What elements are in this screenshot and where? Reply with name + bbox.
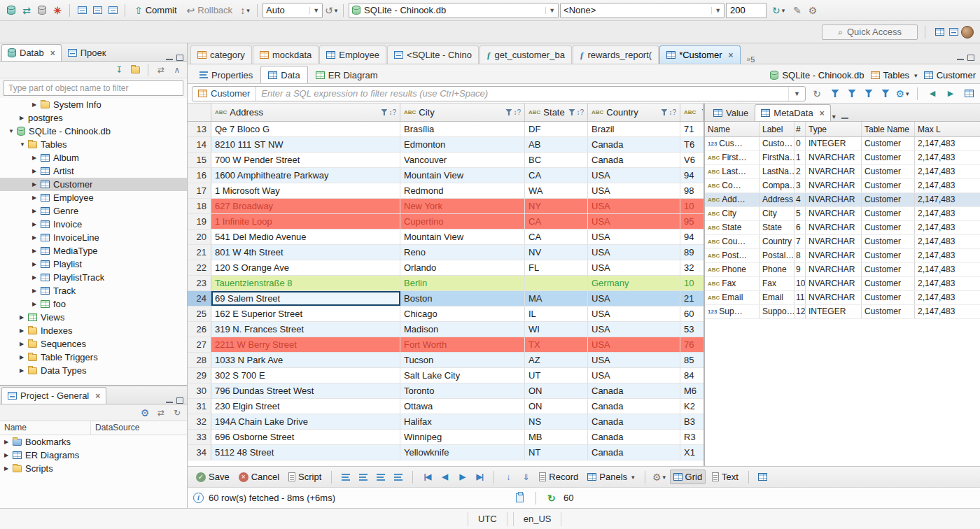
table-cell[interactable]: AZ: [525, 353, 588, 367]
table-cell[interactable]: 32: [680, 260, 704, 275]
metadata-row[interactable]: ABCPost…Postal…8NVARCHARCustomer2,147,48…: [705, 249, 980, 263]
table-cell[interactable]: 230 Elgin Street: [211, 399, 400, 414]
column-header[interactable]: ABCState↕?: [525, 104, 588, 121]
navigator-filter-input[interactable]: [4, 80, 183, 96]
maximize-icon[interactable]: [967, 55, 974, 61]
table-cell[interactable]: Canada: [588, 383, 680, 398]
table-cell[interactable]: Fort Worth: [400, 337, 525, 352]
row-number[interactable]: 16: [188, 168, 211, 183]
expander-icon[interactable]: ▶: [32, 284, 41, 297]
tree-item[interactable]: ▶System Info: [0, 98, 187, 111]
table-cell[interactable]: 541 Del Medio Avenue: [211, 230, 400, 244]
table-cell[interactable]: [525, 276, 588, 290]
table-cell[interactable]: USA: [588, 306, 680, 321]
row-number[interactable]: 17: [188, 183, 211, 198]
column-header-name[interactable]: Name: [0, 421, 91, 435]
open-sql-script-icon[interactable]: [106, 3, 120, 17]
metadata-row[interactable]: ABCFaxFax10NVARCHARCustomer2,147,483: [705, 277, 980, 291]
table-cell[interactable]: Brazil: [588, 122, 680, 136]
table-cell[interactable]: 696 Osborne Street: [211, 430, 400, 444]
table-cell[interactable]: 8210 111 ST NW: [211, 137, 400, 152]
table-cell[interactable]: WI: [525, 322, 588, 337]
sql-editor-icon[interactable]: [75, 3, 89, 17]
disconnect-icon[interactable]: [35, 3, 49, 17]
editor-tab[interactable]: mockdata: [253, 45, 318, 64]
breadcrumb-datasource[interactable]: SQLite - Chinook.db: [770, 70, 864, 80]
table-cell[interactable]: Canada: [588, 399, 680, 414]
add-row-icon[interactable]: [356, 470, 370, 484]
table-cell[interactable]: USA: [588, 245, 680, 260]
table-cell[interactable]: 302 S 700 E: [211, 368, 400, 383]
table-cell[interactable]: 94: [680, 168, 704, 183]
sort-icon[interactable]: ↕?: [388, 108, 396, 116]
table-cell[interactable]: M6: [680, 383, 704, 398]
metadata-row[interactable]: 123Sup…Suppo…12INTEGERCustomer2,147,483: [705, 305, 980, 319]
forward-icon[interactable]: ▶: [944, 87, 958, 101]
row-number[interactable]: 34: [188, 445, 211, 460]
table-cell[interactable]: Germany: [588, 276, 680, 290]
table-cell[interactable]: 21: [680, 291, 704, 306]
editor-tab[interactable]: category: [190, 45, 252, 64]
settings-icon[interactable]: ⚙: [806, 3, 820, 17]
table-cell[interactable]: Boston: [400, 291, 525, 306]
bookmark-icon[interactable]: [962, 87, 976, 101]
expander-icon[interactable]: ▶: [32, 151, 41, 164]
new-connection-icon[interactable]: [4, 3, 18, 17]
row-number[interactable]: 20: [188, 230, 211, 244]
last-row-button[interactable]: ▶|: [472, 470, 486, 484]
expander-icon[interactable]: ▶: [32, 98, 41, 111]
duplicate-row-icon[interactable]: [374, 470, 388, 484]
metadata-row[interactable]: ABCAdd…Address4NVARCHARCustomer2,147,483: [705, 193, 980, 207]
table-cell[interactable]: TX: [525, 337, 588, 352]
filter-icon[interactable]: [505, 109, 512, 115]
tab-project-general[interactable]: Project - General ×: [1, 387, 106, 404]
table-cell[interactable]: USA: [588, 291, 680, 306]
table-cell[interactable]: Reno: [400, 245, 525, 260]
row-number[interactable]: 24: [188, 291, 211, 306]
table-cell[interactable]: Orlando: [400, 260, 525, 275]
link-with-editor-icon[interactable]: ⇄: [154, 63, 168, 77]
table-cell[interactable]: ON: [525, 399, 588, 414]
table-cell[interactable]: USA: [588, 353, 680, 367]
metadata-row[interactable]: ABCEmailEmail11NVARCHARCustomer2,147,483: [705, 291, 980, 305]
table-cell[interactable]: BC: [525, 153, 588, 167]
table-cell[interactable]: K2: [680, 399, 704, 414]
column-header[interactable]: ABCAddress↕?: [211, 104, 400, 121]
row-number[interactable]: 33: [188, 430, 211, 444]
table-cell[interactable]: 69 Salem Street: [211, 291, 400, 306]
tree-item[interactable]: ▶MediaType: [0, 244, 187, 258]
metadata-row[interactable]: ABCCo…Compa…3NVARCHARCustomer2,147,483: [705, 179, 980, 193]
expander-icon[interactable]: ▶: [32, 231, 41, 244]
abort-icon[interactable]: ✳: [50, 3, 64, 17]
table-cell[interactable]: Tauentzienstraße 8: [211, 276, 400, 290]
transaction-log-icon[interactable]: ↺▾: [324, 3, 338, 17]
table-cell[interactable]: 5112 48 Street: [211, 445, 400, 460]
expander-icon[interactable]: ▶: [32, 218, 41, 231]
next-row-button[interactable]: ▶: [455, 470, 469, 484]
timezone-indicator[interactable]: UTC: [468, 512, 507, 526]
table-cell[interactable]: Cupertino: [400, 214, 525, 229]
column-header-datasource[interactable]: DataSource: [91, 421, 144, 435]
filter-icon[interactable]: [661, 109, 667, 115]
table-cell[interactable]: ON: [525, 383, 588, 398]
table-cell[interactable]: R3: [680, 430, 704, 444]
metadata-column-header[interactable]: Type: [806, 122, 862, 136]
table-cell[interactable]: IL: [525, 306, 588, 321]
table-cell[interactable]: Halifax: [400, 414, 525, 429]
tree-item[interactable]: ▼Tables: [0, 138, 187, 151]
table-cell[interactable]: Mountain View: [400, 230, 525, 244]
metadata-column-header[interactable]: Label: [760, 122, 794, 136]
tab-database-navigator[interactable]: Datab ×: [1, 44, 62, 61]
table-cell[interactable]: B3: [680, 414, 704, 429]
table-cell[interactable]: 796 Dundas Street West: [211, 383, 400, 398]
tree-item[interactable]: ▶Views: [0, 311, 187, 324]
tree-item[interactable]: ▶Sequences: [0, 337, 187, 351]
table-cell[interactable]: Tucson: [400, 353, 525, 367]
list-item[interactable]: ▶Scripts: [0, 462, 187, 475]
filter-icon[interactable]: [381, 109, 387, 115]
sort-icon[interactable]: ↕?: [513, 108, 521, 116]
open-perspective-icon[interactable]: [932, 25, 946, 39]
perspective-icon[interactable]: [946, 25, 960, 39]
sort-icon[interactable]: ↕?: [576, 108, 584, 116]
expander-icon[interactable]: ▶: [20, 311, 28, 324]
